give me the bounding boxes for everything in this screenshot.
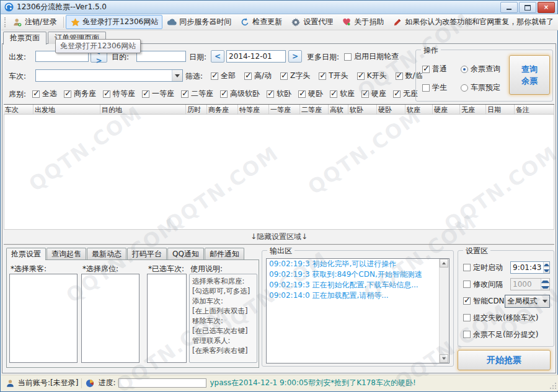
- toolbar-button-6[interactable]: 关于捐助: [337, 15, 388, 29]
- maximize-button[interactable]: [519, 2, 536, 13]
- log-scrollbar[interactable]: [439, 259, 449, 363]
- column-header-无座[interactable]: 无座: [460, 105, 486, 114]
- seat-checkbox-无座[interactable]: 无座: [393, 89, 418, 99]
- seat-checkbox-label: 软卧: [277, 89, 291, 99]
- tab-ticket-page[interactable]: 抢票页面: [3, 32, 46, 45]
- settings-checkbox-智能CDN[interactable]: 智能CDN: [463, 296, 505, 307]
- settings-row-1: 定时启动9:01:43: [463, 261, 550, 274]
- settings-tab-最新动态[interactable]: 最新动态: [87, 248, 126, 259]
- title-bar[interactable]: 12306分流抢票--Ver1.5.0 ×: [1, 1, 557, 14]
- seat-checkbox-一等座[interactable]: 一等座: [142, 89, 174, 99]
- seat-checkbox-商务座[interactable]: 商务座: [64, 89, 96, 99]
- settings-spinner[interactable]: 9:01:43: [510, 261, 550, 274]
- passenger-label: *选择乘客:: [11, 264, 46, 274]
- seat-checkbox-全选[interactable]: 全选: [32, 89, 57, 99]
- spin-up-icon[interactable]: [541, 279, 549, 284]
- query-tickets-button[interactable]: 查询 余票: [509, 55, 550, 95]
- column-header-二等座[interactable]: 二等座: [300, 105, 329, 114]
- column-header-软座[interactable]: 软座: [405, 105, 433, 114]
- book-ticket-radio[interactable]: 车票预定: [461, 82, 500, 93]
- toolbar-button-3[interactable]: 同步服务器时间: [162, 15, 236, 29]
- settings-tab-查询起售[interactable]: 查询起售: [46, 248, 86, 259]
- log-output-area[interactable]: 09:02:19:3 初始化完毕,可以进行操作09:02:19:3 获取到:84…: [266, 258, 450, 364]
- help-line: 选择乘客和席座:: [192, 276, 254, 286]
- column-header-日期[interactable]: 日期: [486, 105, 515, 114]
- minimize-button[interactable]: [500, 2, 518, 13]
- toolbar-button-5[interactable]: 设置代理: [286, 15, 337, 29]
- column-header-出发地[interactable]: 出发地: [33, 105, 100, 114]
- seat-checkbox-软卧[interactable]: 软卧: [267, 89, 291, 99]
- student-ticket-checkbox[interactable]: 学生: [422, 82, 447, 93]
- start-grab-button[interactable]: 开始抢票: [458, 350, 551, 370]
- settings-tab-QQ通知[interactable]: QQ通知: [167, 248, 204, 259]
- settings-tab-打码平台[interactable]: 打码平台: [127, 248, 167, 259]
- resize-grip[interactable]: [549, 382, 557, 390]
- seat-listbox[interactable]: [81, 274, 140, 363]
- column-header-历时[interactable]: 历时: [186, 105, 207, 114]
- toolbar-button-1[interactable]: 注销/登录: [8, 15, 61, 29]
- spinner-arrows[interactable]: [543, 262, 549, 273]
- seat-checkbox-软座[interactable]: 软座: [330, 89, 355, 99]
- seat-checkbox-特等座[interactable]: 特等座: [103, 89, 135, 99]
- progress-pie-icon: [85, 378, 95, 388]
- filter-checkbox-Z字头[interactable]: Z字头: [280, 71, 310, 81]
- column-header-商务座[interactable]: 商务座: [207, 105, 238, 114]
- column-header-硬卧[interactable]: 硬卧: [377, 105, 405, 114]
- normal-ticket-checkbox[interactable]: 普通: [422, 64, 447, 74]
- date-next-button[interactable]: >: [288, 50, 302, 63]
- settings-spinner[interactable]: 1000: [510, 278, 550, 290]
- spin-down-icon[interactable]: [544, 268, 549, 273]
- spinner-value: 9:01:43: [511, 262, 543, 273]
- column-header-高软[interactable]: 高软: [329, 105, 348, 114]
- date-prev-button[interactable]: <: [211, 50, 224, 63]
- operation-group-title: 操作: [421, 45, 441, 56]
- passenger-listbox[interactable]: [9, 274, 78, 363]
- seat-checkbox-二等座[interactable]: 二等座: [181, 89, 213, 99]
- checkbox-icon: [463, 297, 471, 305]
- query-remaining-radio[interactable]: 余票查询: [461, 64, 500, 74]
- settings-tab-抢票设置[interactable]: 抢票设置: [6, 248, 46, 260]
- toolbar-button-4[interactable]: 检查更新: [236, 15, 286, 29]
- column-header-目的地[interactable]: 目的地: [100, 105, 186, 114]
- combobox-value: 全局模式: [508, 296, 538, 307]
- result-table-body[interactable]: [4, 115, 554, 230]
- seat-checkbox-硬座[interactable]: 硬座: [361, 89, 386, 99]
- toolbar-items: 注销/登录免登录打开12306网站同步服务器时间检查更新设置代理关于捐助如果你认…: [8, 15, 558, 29]
- settings-checkbox-提交失败(移除车次)[interactable]: 提交失败(移除车次): [463, 313, 538, 323]
- hide-settings-splitter[interactable]: ↓隐藏设置区域↓: [4, 230, 554, 245]
- filter-checkbox-全部[interactable]: 全部: [211, 71, 236, 81]
- column-header-一等座[interactable]: 一等座: [269, 105, 300, 114]
- toolbar-button-7[interactable]: 如果你认为改签功能和官网重复，那你就错了: [388, 15, 558, 29]
- settings-tab-邮件通知[interactable]: 邮件通知: [205, 248, 244, 259]
- scroll-down-icon[interactable]: [440, 354, 448, 363]
- toolbar-button-2[interactable]: 免登录打开12306网站: [66, 15, 162, 29]
- checkbox-icon: [64, 90, 71, 98]
- settings-checkbox-修改间隔[interactable]: 修改间隔: [463, 279, 503, 290]
- seat-checkbox-高级软卧[interactable]: 高级软卧: [220, 89, 260, 99]
- settings-checkbox-定时启动[interactable]: 定时启动: [463, 263, 503, 273]
- close-button[interactable]: ×: [538, 2, 555, 13]
- date-loop-checkbox[interactable]: 启用日期轮查: [344, 51, 399, 62]
- seat-checkbox-硬卧[interactable]: 硬卧: [298, 89, 323, 99]
- train-combobox[interactable]: [35, 69, 183, 82]
- column-header-备注[interactable]: 备注: [515, 105, 554, 114]
- selected-train-listbox[interactable]: [147, 274, 187, 363]
- cdn-mode-combobox[interactable]: 全局模式: [505, 295, 550, 308]
- checkbox-icon: [319, 72, 326, 80]
- dest-input[interactable]: [136, 51, 186, 62]
- column-header-硬座[interactable]: 硬座: [433, 105, 460, 114]
- column-header-特等座[interactable]: 特等座: [238, 105, 269, 114]
- filter-checkbox-高/动[interactable]: 高/动: [244, 71, 272, 81]
- scroll-up-icon[interactable]: [440, 259, 448, 268]
- settings-checkbox-余票不足(部分提交)[interactable]: 余票不足(部分提交): [463, 329, 538, 340]
- column-header-软卧[interactable]: 软卧: [348, 105, 377, 114]
- seat-checkbox-label: 二等座: [191, 89, 213, 99]
- filter-checkbox-K开头[interactable]: K开头: [357, 71, 387, 81]
- spin-up-icon[interactable]: [544, 262, 549, 268]
- date-input[interactable]: 2014-12-01: [226, 50, 286, 63]
- spin-down-icon[interactable]: [541, 284, 549, 290]
- column-header-车次[interactable]: 车次: [4, 105, 33, 114]
- spinner-arrows[interactable]: [541, 279, 549, 290]
- heart-icon: [342, 17, 352, 27]
- filter-checkbox-T开头[interactable]: T开头: [319, 71, 348, 81]
